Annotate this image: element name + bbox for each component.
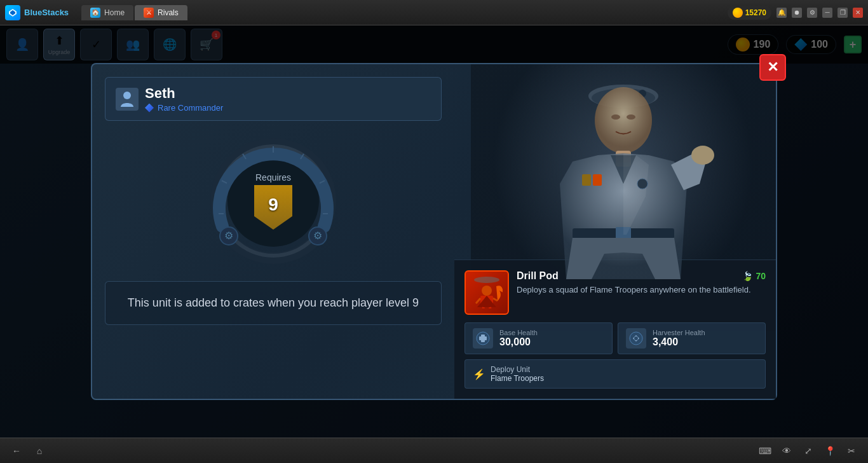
svg-point-20	[595, 87, 652, 153]
svg-line-35	[493, 298, 498, 301]
unlock-text: This unit is added to crates when you re…	[118, 294, 428, 312]
tab-home[interactable]: 🏠 Home	[81, 5, 133, 20]
svg-point-41	[634, 336, 638, 340]
stats-row: Base Health 30,000	[465, 322, 766, 354]
level-badge: 9	[254, 185, 292, 230]
commander-figure	[522, 64, 725, 326]
drill-pod-icon	[465, 270, 509, 315]
notification-button[interactable]: 🔔	[776, 8, 787, 18]
window-controls: 15270 🔔 ⏺ ⚙ ─ ❐ ✕	[728, 6, 863, 20]
right-panel: Drill Pod 🍃 70 Deploys a squad of Flame …	[454, 64, 776, 399]
keyboard-button[interactable]: ⌨	[756, 442, 774, 460]
harvester-health-card: Harvester Health 3,400	[618, 322, 766, 354]
modal-overlay: ✕ Seth Rare Com	[0, 25, 868, 438]
deploy-row: ⚡ Deploy Unit Flame Troopers	[465, 359, 766, 389]
close-button[interactable]: ✕	[853, 8, 863, 18]
rarity-diamond-icon	[145, 104, 154, 113]
character-info: Seth Rare Commander	[145, 85, 223, 113]
home-tab-icon: 🏠	[90, 8, 100, 18]
commander-card: ✕ Seth Rare Com	[91, 63, 777, 400]
app-name: BlueStacks	[24, 8, 69, 17]
harvester-health-value: 3,400	[653, 336, 705, 348]
base-health-info: Base Health 30,000	[499, 329, 538, 348]
back-button[interactable]: ←	[8, 442, 25, 460]
eye-button[interactable]: 👁	[778, 442, 796, 460]
base-health-icon	[473, 328, 493, 349]
svg-point-2	[123, 92, 131, 99]
deploy-value: Flame Troopers	[491, 374, 544, 383]
app-logo: BlueStacks	[5, 5, 69, 20]
base-health-value: 30,000	[499, 336, 538, 348]
resize-button[interactable]: ⤢	[799, 442, 817, 460]
svg-point-24	[691, 146, 714, 165]
svg-point-31	[482, 286, 492, 296]
svg-line-32	[482, 307, 484, 308]
svg-rect-27	[593, 174, 602, 186]
svg-line-34	[476, 298, 480, 303]
svg-text:⚙: ⚙	[224, 230, 233, 241]
deploy-label: Deploy Unit	[491, 365, 544, 374]
level-number: 9	[268, 195, 278, 215]
deploy-info: Deploy Unit Flame Troopers	[491, 365, 544, 383]
tab-rivals[interactable]: ⚔ Rivals	[135, 5, 187, 20]
close-modal-button[interactable]: ✕	[759, 54, 786, 81]
requires-label: Requires	[254, 172, 292, 183]
taskbar: ← ⌂ ⌨ 👁 ⤢ 📍 ✂	[0, 438, 868, 463]
settings-button[interactable]: ⚙	[807, 8, 817, 18]
left-panel: Seth Rare Commander	[92, 64, 454, 399]
rivals-tab-label: Rivals	[158, 8, 179, 17]
coin-amount: 15270	[745, 8, 766, 17]
character-icon	[116, 88, 139, 111]
titlebar: BlueStacks 🏠 Home ⚔ Rivals 15270 🔔 ⏺ ⚙ ─…	[0, 0, 868, 25]
svg-text:⚙: ⚙	[313, 230, 322, 241]
character-header: Seth Rare Commander	[105, 77, 442, 121]
svg-rect-39	[479, 336, 487, 340]
energy-leaf-icon: 🍃	[742, 271, 753, 281]
svg-point-22	[627, 114, 635, 120]
drill-pod-svg	[471, 277, 503, 308]
svg-line-33	[490, 307, 491, 308]
home-button[interactable]: ⌂	[31, 442, 48, 460]
rarity-label: Rare Commander	[158, 103, 223, 113]
gauge-center: Requires 9	[254, 172, 292, 230]
deploy-icon: ⚡	[473, 368, 485, 380]
harvester-health-icon	[626, 328, 646, 349]
coin-icon	[733, 8, 743, 18]
restore-button[interactable]: ❐	[837, 8, 848, 18]
home-tab-label: Home	[104, 8, 125, 17]
svg-rect-26	[582, 174, 591, 186]
level-requirement-area: ⚙ ⚙ Requires 9	[105, 131, 442, 271]
character-name: Seth	[145, 85, 223, 102]
energy-badge: 🍃 70	[742, 271, 766, 281]
unlock-info-box: This unit is added to crates when you re…	[105, 281, 442, 325]
base-health-label: Base Health	[499, 329, 538, 336]
minimize-button[interactable]: ─	[822, 8, 832, 18]
base-health-card: Base Health 30,000	[465, 322, 613, 354]
taskbar-right: ⌨ 👁 ⤢ 📍 ✂	[756, 442, 860, 460]
harvester-health-label: Harvester Health	[653, 329, 705, 336]
bluestacks-icon	[5, 5, 20, 20]
level-gauge: ⚙ ⚙ Requires 9	[210, 137, 337, 265]
tools-button[interactable]: ✂	[843, 442, 860, 460]
location-button[interactable]: 📍	[821, 442, 839, 460]
harvester-health-info: Harvester Health 3,400	[653, 329, 705, 348]
svg-point-21	[611, 114, 620, 120]
rarity-badge: Rare Commander	[145, 103, 223, 113]
game-area: 👤 ⬆ Upgrade ✓ 👥 🌐 🛒 1 190 100	[0, 25, 868, 438]
record-button[interactable]: ⏺	[792, 8, 802, 18]
commander-svg	[522, 64, 725, 324]
titlebar-tabs: 🏠 Home ⚔ Rivals	[81, 5, 728, 20]
svg-point-36	[474, 277, 499, 283]
rivals-tab-icon: ⚔	[144, 8, 154, 18]
coin-display: 15270	[728, 6, 771, 20]
energy-cost: 70	[756, 271, 766, 281]
